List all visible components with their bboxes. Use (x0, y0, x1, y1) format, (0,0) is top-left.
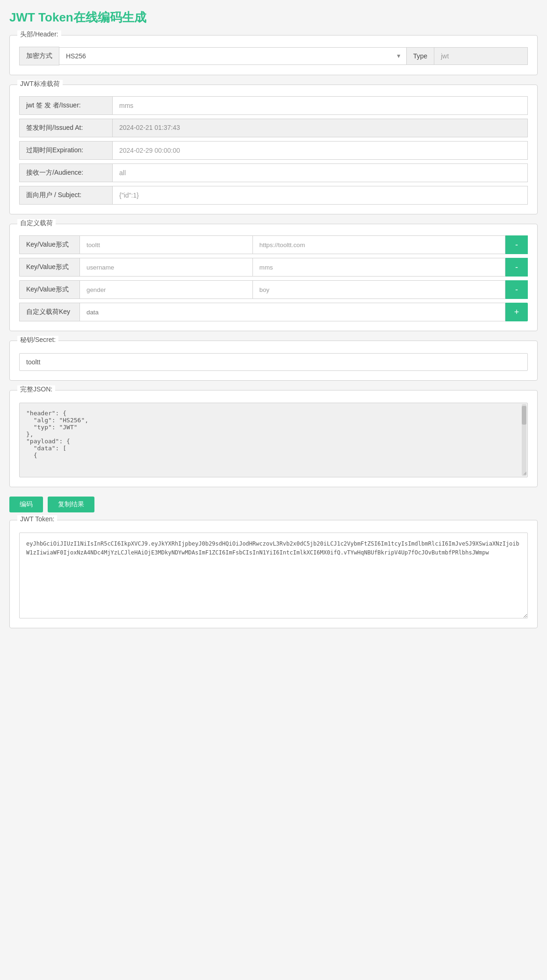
custom-key-2[interactable] (80, 258, 253, 277)
custom-val-2[interactable] (253, 258, 505, 277)
encryption-select-wrapper[interactable]: HS256 HS384 HS512 RS256 ▼ (59, 47, 407, 65)
json-section: 完整JSON: "header": { "alg": "HS256", "typ… (9, 390, 538, 487)
issued-at-value: 2024-02-21 01:37:43 (113, 119, 528, 137)
custom-key-3[interactable] (80, 280, 253, 299)
audience-input[interactable] (113, 163, 528, 182)
jwt-output-legend: JWT Token: (17, 515, 57, 523)
add-label: 自定义载荷Key (19, 303, 80, 321)
json-legend: 完整JSON: (17, 385, 55, 394)
custom-payload-section: 自定义载荷 Key/Value形式 - Key/Value形式 - Key/Va… (9, 224, 538, 331)
custom-row-3: Key/Value形式 - (19, 280, 528, 299)
header-row: 加密方式 HS256 HS384 HS512 RS256 ▼ Type jwt (19, 47, 528, 65)
standard-payload-legend: JWT标准载荷 (17, 80, 63, 88)
header-legend: 头部/Header: (17, 30, 61, 39)
jwt-output-section: JWT Token: (9, 520, 538, 628)
encryption-select[interactable]: HS256 HS384 HS512 RS256 (59, 48, 406, 64)
json-scrollbar-thumb (522, 406, 526, 425)
page-title: JWT Token在线编码生成 (9, 9, 538, 26)
audience-row: 接收一方/Audience: (19, 163, 528, 182)
custom-row-1: Key/Value形式 - (19, 235, 528, 254)
json-scrollbar[interactable] (522, 404, 526, 476)
subject-row: 面向用户 / Subject: (19, 186, 528, 205)
issued-at-row: 签发时间/Issued At: 2024-02-21 01:37:43 (19, 119, 528, 137)
issuer-row: jwt 签 发 者/Issuer: (19, 96, 528, 115)
expiration-row: 过期时间Expiration: (19, 141, 528, 160)
subject-input[interactable] (113, 186, 528, 205)
json-resize-handle[interactable]: ◢ (523, 469, 526, 476)
issuer-input[interactable] (113, 96, 528, 115)
jwt-token-textarea[interactable] (19, 533, 528, 618)
custom-val-1[interactable] (253, 235, 505, 254)
standard-payload-section: JWT标准载荷 jwt 签 发 者/Issuer: 签发时间/Issued At… (9, 85, 538, 214)
action-buttons: 编码 复制结果 (9, 497, 538, 512)
remove-row-3-button[interactable]: - (505, 280, 528, 299)
custom-val-3[interactable] (253, 280, 505, 299)
secret-section: 秘钥/Secret: (9, 341, 538, 381)
add-row-button[interactable]: + (505, 303, 528, 321)
custom-row-2: Key/Value形式 - (19, 258, 528, 277)
header-section: 头部/Header: 加密方式 HS256 HS384 HS512 RS256 … (9, 35, 538, 75)
secret-legend: 秘钥/Secret: (17, 336, 58, 344)
subject-label: 面向用户 / Subject: (19, 186, 113, 205)
issued-at-label: 签发时间/Issued At: (19, 119, 113, 137)
type-label: Type (407, 47, 434, 65)
json-display: "header": { "alg": "HS256", "typ": "JWT"… (19, 403, 528, 477)
remove-row-2-button[interactable]: - (505, 258, 528, 277)
custom-payload-legend: 自定义载荷 (17, 219, 56, 227)
audience-label: 接收一方/Audience: (19, 163, 113, 182)
secret-input[interactable] (19, 353, 528, 371)
expiration-input[interactable] (113, 141, 528, 160)
expiration-label: 过期时间Expiration: (19, 141, 113, 160)
copy-button[interactable]: 复制结果 (48, 497, 94, 512)
custom-key-1[interactable] (80, 235, 253, 254)
custom-label-1: Key/Value形式 (19, 235, 80, 254)
json-content: "header": { "alg": "HS256", "typ": "JWT"… (26, 410, 521, 459)
remove-row-1-button[interactable]: - (505, 235, 528, 254)
add-key-input[interactable] (80, 303, 505, 321)
add-row: 自定义载荷Key + (19, 303, 528, 321)
encryption-label: 加密方式 (19, 47, 59, 65)
custom-label-2: Key/Value形式 (19, 258, 80, 277)
encode-button[interactable]: 编码 (9, 497, 43, 512)
issuer-label: jwt 签 发 者/Issuer: (19, 96, 113, 115)
type-value: jwt (434, 47, 528, 65)
custom-label-3: Key/Value形式 (19, 280, 80, 299)
